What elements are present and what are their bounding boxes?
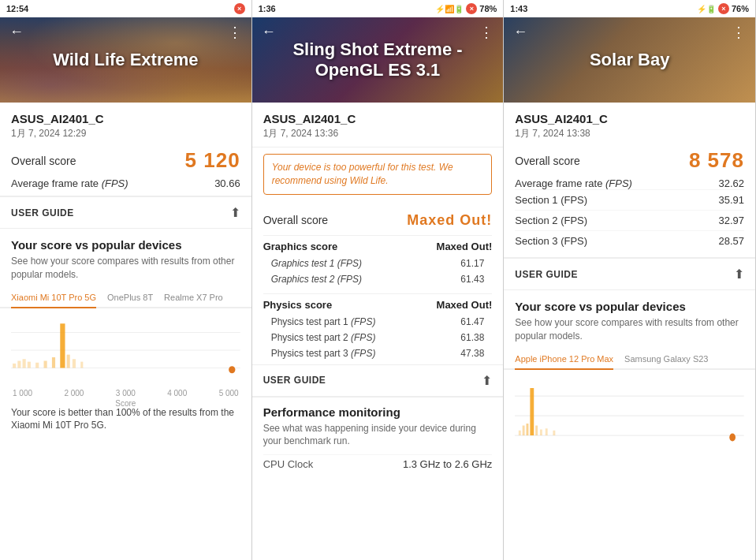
svg-rect-21 [531, 388, 534, 435]
svg-rect-4 [17, 360, 20, 368]
svg-rect-6 [28, 361, 31, 368]
device-name-2: ASUS_AI2401_C [263, 112, 493, 125]
status-icons-3: ⚡🔋 × 76% [697, 3, 749, 14]
time-3: 1:43 [510, 4, 527, 13]
axis-2k: 2 000 [64, 389, 84, 398]
graphics-section-2: Graphics score Maxed Out! Graphics test … [252, 232, 504, 290]
content-2: ASUS_AI2401_C 1月 7, 2024 13:36 Your devi… [252, 103, 504, 560]
svg-rect-20 [527, 424, 529, 435]
overall-score-label-2: Overall score [263, 214, 328, 226]
tab-oneplus-1[interactable]: OnePlus 8T [107, 288, 153, 308]
section1-value-3: 35.91 [718, 194, 744, 206]
svg-rect-7 [35, 362, 39, 368]
banner-2: ← ⋮ Sling Shot Extreme -OpenGL ES 3.1 [252, 17, 504, 103]
banner-title-3: Solar Bay [580, 50, 680, 70]
svg-rect-23 [540, 429, 542, 435]
graphics-header-2: Graphics score Maxed Out! [263, 235, 493, 256]
overall-score-row-3: Overall score 8 578 [515, 148, 744, 173]
battery-pct-2: 78% [479, 4, 497, 13]
x-icon-1: × [234, 3, 245, 14]
back-arrow-1[interactable]: ← [9, 24, 24, 41]
overall-score-row-2: Overall score Maxed Out! [263, 212, 493, 229]
card-info-2: ASUS_AI2401_C 1月 7, 2024 13:36 [252, 103, 504, 147]
panel-wild-life-extreme: 12:54 × ← ⋮ Wild Life Extreme ASUS_AI240… [0, 0, 252, 560]
svg-point-26 [730, 433, 736, 441]
fps-value-1: 30.66 [214, 177, 240, 189]
perf-section-2: Performance monitoring See what was happ… [252, 397, 504, 479]
fps-row-3: Average frame rate (FPS) 32.62 [515, 177, 744, 189]
banner-1: ← ⋮ Wild Life Extreme [0, 17, 251, 103]
content-1: ASUS_AI2401_C 1月 7, 2024 12:29 Overall s… [0, 103, 251, 560]
tabs-1: Xiaomi Mi 10T Pro 5G OnePlus 8T Realme X… [0, 288, 251, 308]
physics-test-3-value: 47.38 [460, 348, 484, 359]
section3-row-3: Section 3 (FPS) 28.57 [515, 230, 744, 251]
x-icon-3: × [718, 3, 729, 14]
user-guide-share-2[interactable]: ⬆ [482, 373, 492, 388]
section2-row-3: Section 2 (FPS) 32.97 [515, 210, 744, 230]
info-notice-2: Your device is too powerful for this tes… [263, 154, 493, 195]
chart-svg-3 [515, 376, 744, 455]
share-icon-1[interactable]: ⋮ [228, 24, 242, 41]
panel-solar-bay: 1:43 ⚡🔋 × 76% ← ⋮ Solar Bay ASUS_AI2401_… [504, 0, 756, 560]
tab-realme-1[interactable]: Realme X7 Pro [164, 288, 223, 308]
back-arrow-3[interactable]: ← [513, 24, 527, 41]
user-guide-share-3[interactable]: ⬆ [734, 267, 744, 282]
section3-value-3: 28.57 [718, 235, 744, 247]
tab-samsung-3[interactable]: Samsung Galaxy S23 [624, 349, 708, 370]
physics-test-3-label: Physics test part 3 (FPS) [271, 348, 376, 359]
physics-test-2-value: 61.38 [460, 332, 484, 343]
status-bar-1: 12:54 × [0, 0, 251, 17]
axis-1k: 1 000 [13, 389, 32, 398]
perf-title-2: Performance monitoring [263, 405, 493, 419]
user-guide-share-1[interactable]: ⬆ [230, 205, 240, 220]
popular-title-1: Your score vs popular devices [0, 229, 251, 255]
back-arrow-2[interactable]: ← [262, 24, 276, 41]
battery-pct-3: 76% [732, 4, 749, 13]
section2-value-3: 32.97 [718, 215, 744, 226]
overall-score-value-2: Maxed Out! [407, 212, 492, 229]
fps-label-3: Average frame rate (FPS) [515, 177, 632, 189]
overall-score-value-3: 8 578 [689, 148, 744, 173]
physics-test-1-label: Physics test part 1 (FPS) [271, 316, 376, 327]
share-icon-2[interactable]: ⋮ [479, 24, 493, 41]
section1-label-3: Section 1 (FPS) [515, 194, 587, 206]
time-2: 1:36 [259, 4, 276, 13]
card-info-3: ASUS_AI2401_C 1月 7, 2024 13:38 Overall s… [504, 103, 755, 258]
device-date-3: 1月 7, 2024 13:38 [515, 127, 744, 140]
chart-svg-1 [11, 315, 240, 386]
cpu-clock-label: CPU Clock [263, 458, 314, 470]
svg-point-14 [229, 366, 235, 373]
chart-area-1: 1 000 2 000 3 000 4 000 5 000 Score [0, 308, 251, 403]
overall-score-label-1: Overall score [11, 155, 76, 167]
banner-title-1: Wild Life Extreme [43, 50, 207, 70]
graphics-score-label-2: Graphics score [263, 241, 338, 252]
status-bar-3: 1:43 ⚡🔋 × 76% [504, 0, 755, 17]
x-icon-2: × [466, 3, 477, 14]
banner-nav-3: ← ⋮ [504, 24, 755, 41]
svg-rect-19 [523, 425, 525, 435]
physics-score-label-2: Physics score [263, 299, 332, 311]
svg-rect-8 [44, 360, 47, 368]
svg-rect-18 [519, 430, 521, 435]
physics-test-1-row: Physics test part 1 (FPS) 61.47 [263, 314, 493, 330]
perf-desc-2: See what was happening inside your devic… [263, 422, 493, 449]
banner-nav-1: ← ⋮ [0, 24, 251, 41]
tab-xiaomi-1[interactable]: Xiaomi Mi 10T Pro 5G [11, 288, 96, 308]
popular-desc-1: See how your score compares with results… [0, 255, 251, 288]
user-guide-row-1: USER GUIDE ⬆ [0, 196, 251, 229]
share-icon-3[interactable]: ⋮ [732, 24, 746, 41]
status-bar-2: 1:36 ⚡📶🔋 × 78% [252, 0, 504, 17]
status-icons-text-2: ⚡📶🔋 [435, 5, 464, 13]
chart-area-3 [504, 370, 755, 472]
banner-nav-2: ← ⋮ [252, 24, 504, 41]
svg-rect-13 [80, 361, 83, 368]
axis-4k: 4 000 [167, 389, 187, 398]
tab-iphone-3[interactable]: Apple iPhone 12 Pro Max [515, 349, 613, 370]
svg-rect-5 [23, 359, 26, 368]
time-1: 12:54 [6, 4, 28, 13]
card-info-1: ASUS_AI2401_C 1月 7, 2024 12:29 Overall s… [0, 103, 251, 196]
svg-rect-3 [13, 363, 16, 368]
user-guide-row-3: USER GUIDE ⬆ [504, 258, 755, 290]
section2-label-3: Section 2 (FPS) [515, 215, 587, 226]
fps-label-1: Average frame rate (FPS) [11, 177, 128, 189]
